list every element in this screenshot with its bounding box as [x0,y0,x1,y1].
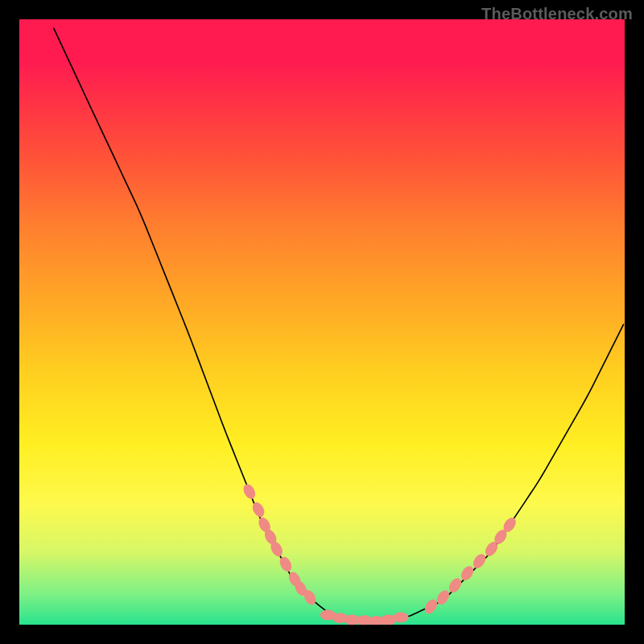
data-marker [447,576,464,594]
data-markers [242,482,518,625]
plot-area [19,19,625,625]
data-marker [471,551,489,570]
data-marker [242,482,258,501]
watermark-text: TheBottleneck.com [481,5,633,23]
data-marker [393,613,409,623]
data-marker [278,555,294,573]
data-marker [250,500,266,518]
data-marker [459,564,477,582]
chart-frame: TheBottleneck.com [0,0,644,644]
bottleneck-curve [54,28,624,621]
chart-svg [19,19,625,625]
